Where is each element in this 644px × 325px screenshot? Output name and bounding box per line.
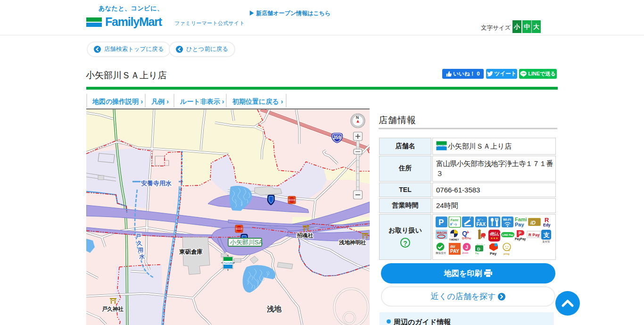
svg-text:ﾎﾟｰﾄ: ﾎﾟｰﾄ: [450, 222, 457, 226]
svg-text:Pay: Pay: [515, 222, 524, 227]
svg-text:戸久神社: 戸久神社: [101, 306, 124, 312]
svg-text:iD: iD: [530, 219, 536, 225]
svg-text:Fami: Fami: [451, 218, 459, 222]
svg-text:WAON: WAON: [437, 231, 447, 234]
svg-text:浅地神明社: 浅地神明社: [339, 239, 366, 245]
svg-text:LINE Pay: LINE Pay: [503, 233, 513, 236]
svg-text:浅地: 浅地: [266, 305, 282, 313]
svg-text:R Pay: R Pay: [528, 232, 540, 237]
svg-text:用: 用: [137, 247, 143, 253]
svg-text:FAX: FAX: [477, 222, 486, 227]
svg-text:P: P: [438, 218, 444, 227]
svg-text:支: 支: [543, 232, 550, 239]
svg-text:支付宝: 支付宝: [542, 240, 550, 243]
svg-text:戸: 戸: [135, 233, 141, 240]
svg-text:QUICPay: QUICPay: [462, 237, 471, 240]
svg-text:東砺倉庫: 東砺倉庫: [179, 248, 203, 255]
svg-text:T-MONEY: T-MONEY: [449, 239, 459, 241]
svg-text:PayPay: PayPay: [515, 237, 526, 241]
svg-text:微信支付: 微信支付: [436, 251, 446, 255]
svg-text:pring: pring: [504, 252, 510, 255]
svg-text:J: J: [465, 244, 468, 250]
svg-text:安養寺用水: 安養寺用水: [141, 180, 172, 187]
svg-text:359: 359: [333, 135, 341, 140]
svg-text:Pay: Pay: [475, 252, 479, 254]
svg-text:Pay: Pay: [490, 251, 497, 256]
svg-text:PAY: PAY: [450, 249, 459, 254]
svg-text:d払い: d払い: [490, 232, 501, 236]
svg-text:招魂社: 招魂社: [297, 232, 314, 238]
svg-text:P: P: [519, 231, 521, 235]
svg-text:Wi-Fi: Wi-Fi: [503, 217, 511, 221]
svg-text:ゆうちょ: ゆうちょ: [477, 243, 485, 245]
svg-text:D: D: [477, 246, 480, 251]
svg-text:Jcoin: Jcoin: [462, 251, 468, 254]
svg-text:LINE: LINE: [521, 73, 526, 75]
svg-text:FamilyMart: FamilyMart: [224, 262, 234, 264]
svg-text:小矢部川SA: 小矢部川SA: [230, 239, 263, 246]
svg-text:ｺﾋﾟｰ: ｺﾋﾟｰ: [477, 218, 484, 221]
svg-text:Edy: Edy: [543, 223, 551, 227]
svg-text:あなたと、コンビに、: あなたと、コンビに、: [99, 5, 162, 12]
svg-text:N: N: [356, 115, 359, 120]
svg-text:au: au: [450, 244, 455, 249]
svg-text:FamilyMart: FamilyMart: [437, 145, 446, 147]
svg-text:水: 水: [139, 253, 145, 260]
svg-text:+: +: [466, 229, 469, 235]
svg-text:久: 久: [136, 240, 143, 247]
